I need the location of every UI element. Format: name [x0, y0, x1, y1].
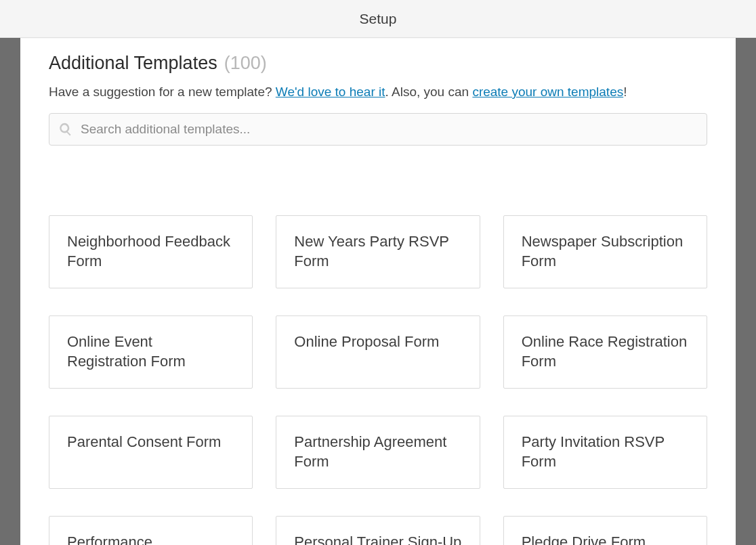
template-card-title: Parental Consent Form [67, 433, 221, 452]
topbar: Setup [0, 0, 756, 38]
templates-scroll-area[interactable]: Neighborhood Feedback Form New Years Par… [20, 195, 736, 545]
subtitle: Have a suggestion for a new template? We… [49, 85, 707, 100]
template-card[interactable]: New Years Party RSVP Form [276, 215, 480, 288]
page-title: Additional Templates (100) [49, 53, 707, 74]
main-panel: Additional Templates (100) Have a sugges… [20, 38, 736, 545]
template-card-title: Newspaper Subscription Form [522, 232, 689, 271]
template-card[interactable]: Pledge Drive Form [503, 516, 707, 545]
page-title-count: (100) [224, 53, 267, 74]
template-card[interactable]: Party Invitation RSVP Form [503, 416, 707, 489]
template-card-title: Online Proposal Form [294, 332, 439, 352]
create-templates-link[interactable]: create your own templates [472, 85, 623, 99]
template-card[interactable]: Online Event Registration Form [49, 315, 253, 389]
suggestion-link[interactable]: We'd love to hear it [276, 85, 385, 99]
template-card-title: Partnership Agreement Form [294, 433, 461, 471]
template-card-title: Online Race Registration Form [522, 332, 689, 371]
subtitle-suffix: ! [623, 85, 627, 99]
content-header: Additional Templates (100) Have a sugges… [20, 38, 736, 146]
template-card[interactable]: Neighborhood Feedback Form [49, 215, 253, 288]
search-input[interactable] [49, 113, 707, 146]
template-card-title: Online Event Registration Form [67, 332, 234, 371]
template-card[interactable]: Parental Consent Form [49, 416, 253, 489]
template-card-title: Party Invitation RSVP Form [522, 433, 689, 471]
template-card-title: Performance Improvement Plan Form [67, 533, 234, 545]
template-card-title: New Years Party RSVP Form [294, 232, 461, 271]
template-card[interactable]: Partnership Agreement Form [276, 416, 480, 489]
subtitle-mid: . Also, you can [385, 85, 473, 99]
template-card[interactable]: Performance Improvement Plan Form [49, 516, 253, 545]
templates-grid: Neighborhood Feedback Form New Years Par… [49, 215, 707, 545]
template-card[interactable]: Online Proposal Form [276, 315, 480, 389]
template-card[interactable]: Online Race Registration Form [503, 315, 707, 389]
template-card-title: Personal Trainer Sign-Up Form [294, 533, 461, 545]
subtitle-prefix: Have a suggestion for a new template? [49, 85, 276, 99]
template-card-title: Pledge Drive Form [522, 533, 646, 545]
page-title-text: Additional Templates [49, 53, 217, 74]
search-wrap [49, 113, 707, 146]
template-card[interactable]: Personal Trainer Sign-Up Form [276, 516, 480, 545]
search-icon [58, 122, 73, 137]
template-card[interactable]: Newspaper Subscription Form [503, 215, 707, 288]
topbar-title: Setup [360, 11, 397, 27]
template-card-title: Neighborhood Feedback Form [67, 232, 234, 271]
